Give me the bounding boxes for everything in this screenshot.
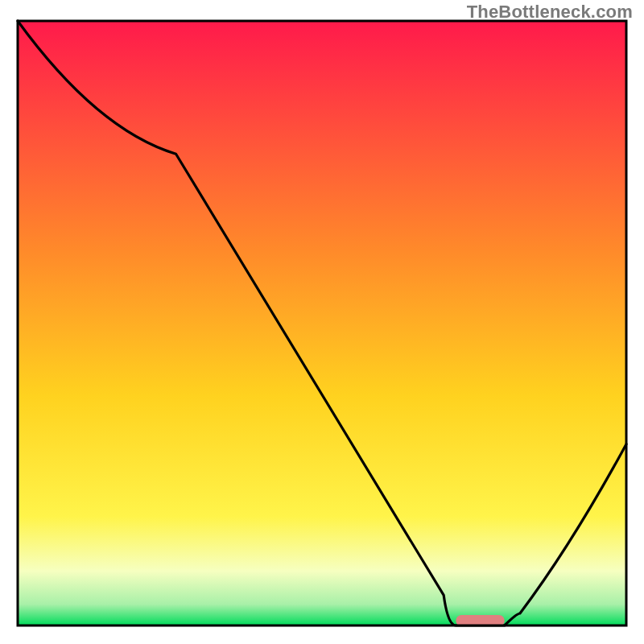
bottleneck-chart (0, 0, 644, 644)
attribution-text: TheBottleneck.com (467, 2, 633, 23)
chart-container: TheBottleneck.com (0, 0, 644, 644)
plot-background (18, 21, 626, 625)
